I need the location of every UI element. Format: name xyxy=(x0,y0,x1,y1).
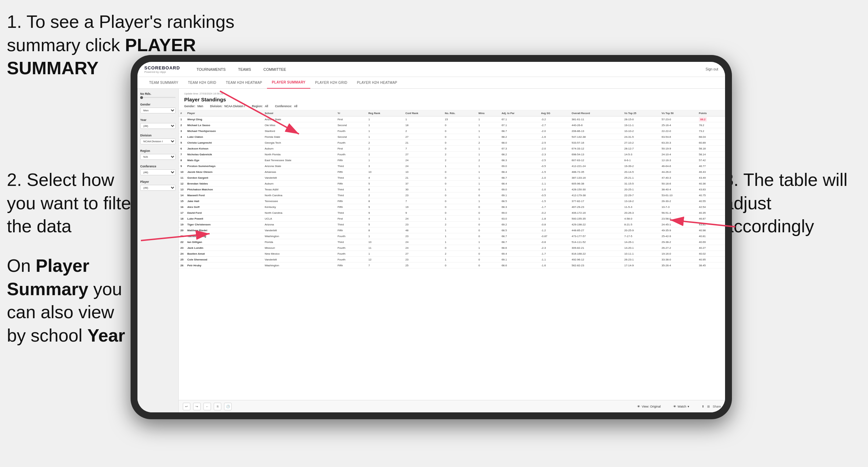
year-select[interactable]: (All) xyxy=(140,123,176,129)
division-select[interactable]: NCAA Division I xyxy=(140,138,176,144)
logo-name: SCOREBOARD xyxy=(144,65,180,70)
toolbar-redo[interactable]: ↪ xyxy=(193,403,201,410)
cell-record: 605-96-38 xyxy=(570,181,623,187)
toolbar-grid[interactable]: ⊞ xyxy=(707,405,710,408)
cell-sg: -2.5 xyxy=(539,157,570,163)
table-row[interactable]: 4 Luke Claton Florida State Second 1 27 … xyxy=(179,134,725,140)
toolbar-undo[interactable]: ↩ xyxy=(183,403,190,410)
cell-record: 607-63-12 xyxy=(570,157,623,163)
conference-select[interactable]: (All) xyxy=(140,169,176,175)
cell-wins: 0 xyxy=(477,257,500,263)
table-row[interactable]: 13 Phichaksn Maichon Texas A&M Third 6 3… xyxy=(179,187,725,192)
toolbar-watch[interactable]: 👁 Watch ▾ xyxy=(673,405,689,408)
cell-rds: 0 xyxy=(443,175,477,181)
cell-sg: -1.0 xyxy=(539,187,570,192)
table-row[interactable]: 1 Wenyi Ding Arizona State First 1 1 15 … xyxy=(179,116,725,122)
region-display-value: All xyxy=(265,104,268,108)
tab-team-h2h-grid[interactable]: TEAM H2H GRID xyxy=(183,77,221,89)
region-select[interactable]: N/A xyxy=(140,154,176,160)
table-row[interactable]: 17 David Ford North Carolina Third 9 9 0… xyxy=(179,210,725,216)
cell-adj: 68.5 xyxy=(500,198,539,204)
toolbar-export[interactable]: ⬆ xyxy=(702,405,704,408)
toolbar-share[interactable]: Share xyxy=(713,405,721,408)
bottom-note-prefix: On xyxy=(7,256,36,276)
cell-sg: -0.8 xyxy=(539,239,570,245)
nav-tournaments[interactable]: TOURNAMENTS xyxy=(190,62,232,77)
cell-yr: Fifth xyxy=(336,169,367,175)
table-row[interactable]: 11 Gordon Sargent Vanderbilt Third 4 21 … xyxy=(179,175,725,181)
table-row[interactable]: 3 Michael Thorbjornsen Stanford Fourth 1… xyxy=(179,128,725,134)
cell-rank: 12 xyxy=(179,181,186,187)
instruction-bottom: On Player Summary you can also view by s… xyxy=(7,254,137,347)
division-filter-display: Division: NCAA Division I xyxy=(210,104,245,108)
tab-player-h2h-grid[interactable]: PLAYER H2H GRID xyxy=(310,77,352,89)
toolbar-copy[interactable]: ⎘ xyxy=(214,403,221,410)
toolbar-back[interactable]: ← xyxy=(203,403,211,410)
cell-school: UCLA xyxy=(263,216,336,222)
table-scroll[interactable]: # Player School Yr Reg Rank Conf Rank No… xyxy=(179,110,725,400)
cell-yr: Third xyxy=(336,175,367,181)
filter-sidebar: No Rds. Gender Men Year xyxy=(137,89,179,412)
cell-top25: 31-15-5 xyxy=(623,181,660,187)
cell-points: 68.04 xyxy=(697,134,725,140)
cell-wins: 1 xyxy=(477,122,500,128)
no-rds-slider[interactable] xyxy=(140,97,176,98)
cell-reg-rank: 1 xyxy=(367,128,404,134)
cell-points: 46.43 xyxy=(697,169,725,175)
table-row[interactable]: 24 Bastien Amat New Mexico Fourth 1 27 2… xyxy=(179,251,725,257)
gender-select[interactable]: Men xyxy=(140,108,176,113)
table-row[interactable]: 5 Christo Lamprecht Georgia Tech Fourth … xyxy=(179,140,725,146)
cell-wins: 1 xyxy=(477,175,500,181)
table-row[interactable]: 12 Brendan Valdes Auburn Fifth 5 37 0 1 … xyxy=(179,181,725,187)
table-row[interactable]: 25 Cole Sherwood Vanderbilt Fourth 12 23… xyxy=(179,257,725,263)
table-row[interactable]: 15 Jake Hall Tennessee Fifth 8 7 0 1 68.… xyxy=(179,198,725,204)
cell-rank: 7 xyxy=(179,152,186,157)
conference-label: Conference xyxy=(140,165,176,168)
tablet-outer: SCOREBOARD Powered by clippi TOURNAMENTS… xyxy=(131,55,732,419)
tablet-screen: SCOREBOARD Powered by clippi TOURNAMENTS… xyxy=(137,62,725,412)
gender-label: Gender xyxy=(140,103,176,106)
cell-top25: 8-21-5 xyxy=(623,222,660,227)
cell-wins: 1 xyxy=(477,239,500,245)
table-row[interactable]: 8 Mats Ege East Tennessee State Fifth 1 … xyxy=(179,157,725,163)
table-row[interactable]: 10 Jacob Skov Olesen Arkansas Fifth 10 1… xyxy=(179,169,725,175)
toolbar-view[interactable]: 👁 View: Original xyxy=(637,405,660,408)
table-row[interactable]: 22 Ian Gilligan Florida Third 10 24 1 1 … xyxy=(179,239,725,245)
table-row[interactable]: 19 Tiger Christensen Arizona Third 5 23 … xyxy=(179,222,725,227)
toolbar-clock[interactable]: 🕐 xyxy=(224,403,232,410)
cell-record: 547-142-38 xyxy=(570,134,623,140)
year-label: Year xyxy=(140,118,176,122)
table-row[interactable]: 7 Nicholas Gabrelcik North Florida Fourt… xyxy=(179,152,725,157)
table-row[interactable]: 21 Taehoon Song Washington Fourth 1 23 1… xyxy=(179,233,725,239)
cell-sg: -2.7 xyxy=(539,122,570,128)
cell-record: 412-179-38 xyxy=(570,192,623,198)
division-filter: Division NCAA Division I xyxy=(140,134,176,144)
table-title: Player Standings xyxy=(184,97,720,102)
player-select[interactable]: (All) xyxy=(140,185,176,191)
cell-top25: 20-25-1 xyxy=(623,187,660,192)
tab-team-h2h-heatmap[interactable]: TEAM H2H HEATMAP xyxy=(221,77,267,89)
logo-sub: Powered by clippi xyxy=(144,70,180,74)
cell-record: 674-33-12 xyxy=(570,146,623,152)
nav-committee[interactable]: COMMITTEE xyxy=(257,62,292,77)
tab-player-summary[interactable]: PLAYER SUMMARY xyxy=(267,77,310,89)
table-row[interactable]: 20 Matthew Riedel Vanderbilt Fifth 8 48 … xyxy=(179,227,725,233)
cell-rds: 1 xyxy=(443,227,477,233)
table-row[interactable]: 14 Maxwell Ford North Carolina Third 2 2… xyxy=(179,192,725,198)
table-row[interactable]: 6 Jackson Koivun Auburn First 2 7 0 1 67… xyxy=(179,146,725,152)
table-row[interactable]: 2 Michael Le Sasso Ole Miss Second 1 18 … xyxy=(179,122,725,128)
table-row[interactable]: 16 Alex Goff Kentucky Fifth 9 19 0 0 68.… xyxy=(179,204,725,210)
sign-out-link[interactable]: Sign out xyxy=(705,67,718,71)
cell-points: 38.45 xyxy=(697,263,725,268)
table-row[interactable]: 18 Luke Powell UCLA First 4 24 1 1 63.0 … xyxy=(179,216,725,222)
conference-filter: Conference (All) xyxy=(140,165,176,175)
table-row[interactable]: 26 Petr Hruby Washington Fifth 7 25 0 0 … xyxy=(179,263,725,268)
tab-player-h2h-heatmap[interactable]: PLAYER H2H HEATMAP xyxy=(352,77,402,89)
cell-school: Florida State xyxy=(263,134,336,140)
table-row[interactable]: 23 Jack Lundin Missouri Fourth 11 24 0 1… xyxy=(179,245,725,251)
table-row[interactable]: 9 Preston Summerhays Arizona State Third… xyxy=(179,163,725,169)
cell-player-name: Luke Powell xyxy=(186,216,263,222)
nav-teams[interactable]: TEAMS xyxy=(232,62,257,77)
cell-top50: 46-64-6 xyxy=(660,163,697,169)
tab-team-summary[interactable]: TEAM SUMMARY xyxy=(144,77,183,89)
